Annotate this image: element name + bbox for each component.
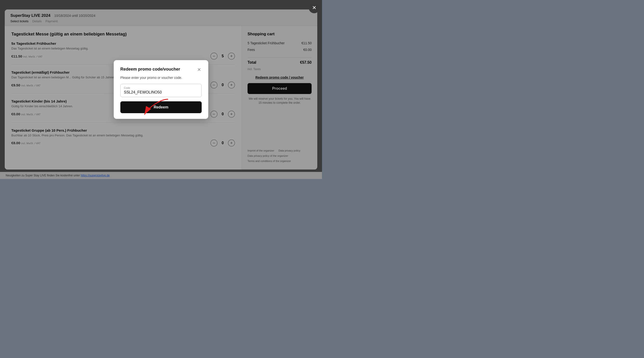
redeem-button[interactable]: Redeem: [120, 101, 202, 113]
promo-subtitle: Please enter your promo or voucher code.: [120, 76, 202, 80]
promo-dialog: Redeem promo code/voucher ✕ Please enter…: [114, 60, 208, 119]
promo-overlay: Redeem promo code/voucher ✕ Please enter…: [0, 0, 322, 179]
promo-code-input[interactable]: [124, 90, 198, 94]
promo-header: Redeem promo code/voucher ✕: [120, 67, 202, 72]
close-outer-button[interactable]: ✕: [309, 2, 320, 13]
promo-input-wrap: Code: [120, 84, 202, 97]
promo-close-button[interactable]: ✕: [197, 67, 202, 72]
close-outer-icon: ✕: [312, 5, 316, 11]
promo-title: Redeem promo code/voucher: [120, 67, 180, 72]
promo-input-label: Code: [124, 86, 198, 89]
